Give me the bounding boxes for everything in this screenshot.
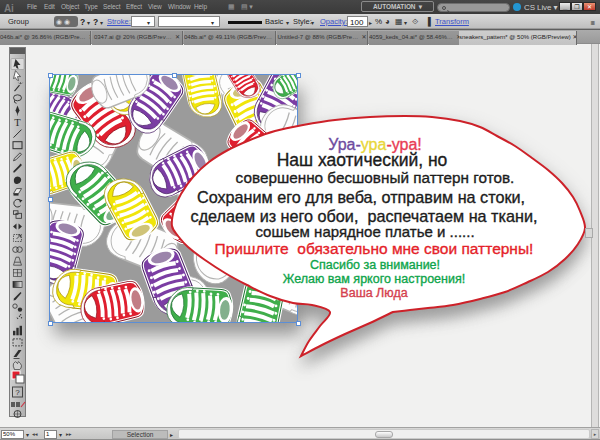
svg-text:T: T xyxy=(14,117,21,128)
svg-text:?: ? xyxy=(15,388,20,397)
